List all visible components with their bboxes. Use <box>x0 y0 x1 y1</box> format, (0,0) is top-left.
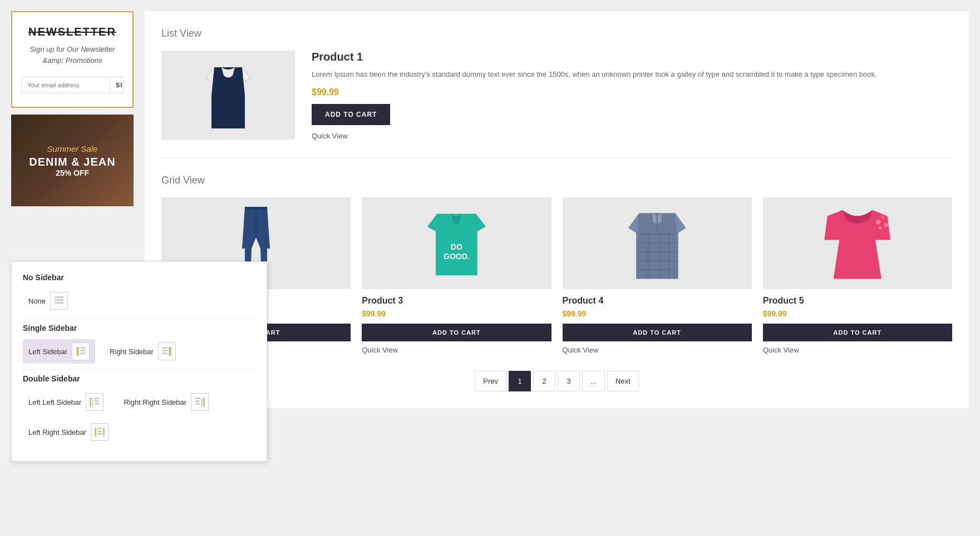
right-sidebar-option[interactable]: Right Sidebar <box>104 339 181 364</box>
svg-rect-12 <box>92 398 93 406</box>
svg-text:GOOD.: GOOD. <box>444 252 470 261</box>
svg-rect-1 <box>55 299 63 301</box>
prev-page-button[interactable]: Prev <box>475 371 506 391</box>
product1-add-to-cart[interactable]: ADD TO CART <box>312 104 390 125</box>
newsletter-subtitle: Sign up for Our Newsletter &amp; Promoti… <box>21 44 124 66</box>
promo-denim-text: DENIM & JEAN <box>29 156 115 168</box>
sidebar-options-panel: No Sidebar None Single Sidebar Left Side… <box>11 261 267 461</box>
left-left-option[interactable]: Left Left Sidebar <box>23 390 109 414</box>
none-option[interactable]: None <box>23 289 73 313</box>
none-layout-icon <box>50 292 68 310</box>
next-page-button[interactable]: Next <box>607 371 639 391</box>
product1-quick-view[interactable]: Quick View <box>312 132 348 140</box>
product4-quick-view[interactable]: Quick View <box>563 346 752 354</box>
right-right-option[interactable]: Right Right Sidebar <box>118 390 214 414</box>
svg-rect-4 <box>80 347 85 349</box>
right-sidebar-label: Right Sidebar <box>110 348 154 356</box>
right-right-icon <box>191 393 209 411</box>
left-left-label: Left Left Sidebar <box>28 398 81 406</box>
left-left-icon <box>86 393 104 411</box>
product5-quick-view[interactable]: Quick View <box>763 346 952 354</box>
product4-add-to-cart[interactable]: ADD TO CART <box>563 324 752 341</box>
pagination: Prev 1 2 3 ... Next <box>161 371 952 391</box>
svg-rect-7 <box>162 347 168 349</box>
svg-point-39 <box>876 220 881 225</box>
svg-rect-6 <box>80 353 85 354</box>
svg-rect-0 <box>55 296 63 298</box>
product1-image <box>161 51 295 140</box>
svg-point-42 <box>879 227 881 230</box>
none-icon <box>53 295 65 306</box>
divider-2 <box>23 369 255 370</box>
svg-text:DO: DO <box>451 242 462 251</box>
svg-point-41 <box>884 223 889 227</box>
left-sidebar-icon <box>72 343 90 360</box>
content-area: List View Product 1 Lorem Ipsum has been… <box>145 11 969 408</box>
svg-rect-23 <box>97 430 102 432</box>
product5-top-svg <box>821 204 893 282</box>
product5-add-to-cart[interactable]: ADD TO CART <box>763 324 952 341</box>
product3-card: DO GOOD. Product 3 $99.99 ADD TO CART Qu… <box>362 197 551 354</box>
svg-rect-9 <box>162 353 168 354</box>
right-right-label: Right Right Sidebar <box>124 398 186 406</box>
single-sidebar-row: Left Sidebar Right Sidebar <box>23 339 255 364</box>
left-right-icon <box>91 423 109 441</box>
svg-rect-20 <box>203 398 205 406</box>
page-ellipsis-button[interactable]: ... <box>582 371 605 391</box>
promo-summer-text: Summer Sale <box>29 144 115 153</box>
signup-button[interactable]: SIGNUP <box>110 77 124 93</box>
svg-rect-16 <box>195 398 200 399</box>
page-3-button[interactable]: 3 <box>558 371 580 391</box>
right-right-layout-icon <box>194 396 205 408</box>
svg-rect-10 <box>169 347 171 356</box>
product3-add-to-cart[interactable]: ADD TO CART <box>362 324 551 341</box>
product5-price: $99.99 <box>763 309 952 318</box>
promo-off-text: 25% OFF <box>29 168 115 177</box>
left-sidebar-label: Left Sidebar <box>28 348 67 356</box>
product5-card: Product 5 $99.99 ADD TO CART Quick View <box>763 197 952 354</box>
svg-rect-3 <box>76 347 79 356</box>
no-sidebar-row: None <box>23 289 255 313</box>
double-sidebar-heading: Double Sidebar <box>23 374 255 383</box>
right-sidebar-layout-icon <box>161 346 173 357</box>
svg-rect-18 <box>195 403 200 405</box>
product5-image <box>763 197 952 289</box>
no-sidebar-heading: No Sidebar <box>23 273 255 282</box>
product4-name: Product 4 <box>563 296 752 306</box>
product3-tshirt-svg: DO GOOD. <box>424 204 489 282</box>
svg-rect-11 <box>90 398 91 406</box>
svg-rect-5 <box>80 350 85 351</box>
product1-shirt-svg <box>200 56 256 134</box>
product1-price: $99.99 <box>312 87 952 97</box>
svg-rect-24 <box>97 433 102 435</box>
none-label: None <box>28 297 46 305</box>
svg-rect-14 <box>95 400 99 402</box>
product3-quick-view[interactable]: Quick View <box>362 346 551 354</box>
svg-rect-17 <box>195 400 200 402</box>
grid-view: Product 2 $99.99 ADD TO CART Quick View … <box>161 197 952 354</box>
right-sidebar-icon <box>158 343 176 360</box>
divider-1 <box>23 319 255 319</box>
left-right-option[interactable]: Left Right Sidebar <box>23 420 114 444</box>
promo-banner: Summer Sale DENIM & JEAN 25% OFF <box>11 115 134 206</box>
promo-banner-overlay: Summer Sale DENIM & JEAN 25% OFF <box>29 144 115 177</box>
svg-rect-15 <box>95 403 99 405</box>
svg-rect-19 <box>201 398 203 406</box>
product1-info: Product 1 Lorem Ipsum has been the indus… <box>312 51 952 141</box>
product4-price: $99.99 <box>563 309 752 318</box>
product1-name: Product 1 <box>312 51 952 63</box>
newsletter-title: NEWSLETTER <box>21 26 124 38</box>
product4-image <box>563 197 752 289</box>
grid-view-title: Grid View <box>161 175 952 186</box>
left-sidebar-option[interactable]: Left Sidebar <box>23 339 95 364</box>
double-sidebar-row-1: Left Left Sidebar Right Right Sidebar <box>23 390 255 414</box>
email-input[interactable] <box>22 77 110 93</box>
product3-price: $99.99 <box>362 309 551 318</box>
page-1-button[interactable]: 1 <box>509 371 531 391</box>
svg-rect-27 <box>245 207 267 210</box>
page-2-button[interactable]: 2 <box>533 371 555 391</box>
svg-rect-8 <box>162 350 168 351</box>
left-right-layout-icon <box>94 426 105 438</box>
svg-rect-25 <box>103 428 105 436</box>
double-sidebar-row-2: Left Right Sidebar <box>23 420 255 444</box>
